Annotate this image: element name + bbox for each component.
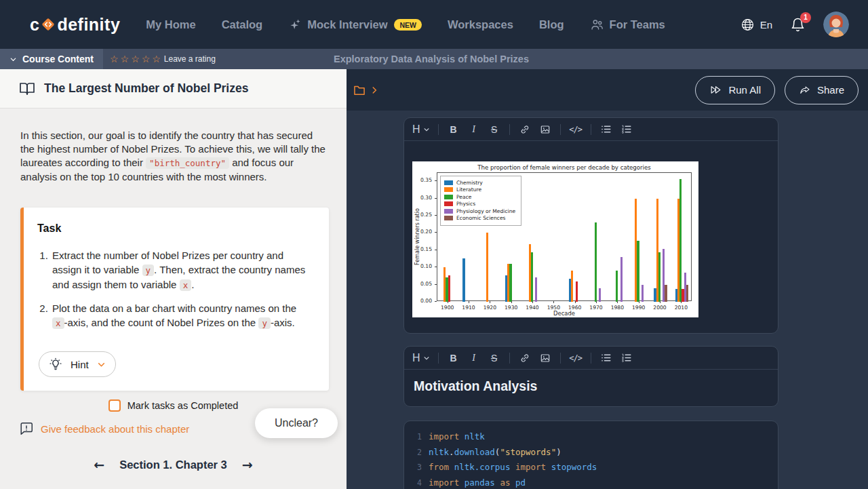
x-tick-mark xyxy=(553,301,554,303)
chevron-down-icon xyxy=(423,126,430,133)
code-token: "stopwords" xyxy=(500,447,556,457)
legend-row: Literature xyxy=(444,187,515,193)
nav-item-mock-interview[interactable]: Mock Interview NEW xyxy=(288,18,422,31)
rating-stars[interactable]: ☆☆☆☆☆ xyxy=(110,54,161,64)
code-button[interactable]: </> xyxy=(568,350,584,366)
markdown-heading[interactable]: Motivation Analysis xyxy=(404,370,778,406)
x-tick-label: 1960 xyxy=(565,305,585,311)
prev-chapter-arrow[interactable]: ← xyxy=(94,457,104,472)
bullet-list-button[interactable] xyxy=(598,121,614,138)
hint-button[interactable]: Hint xyxy=(39,351,116,377)
strikethrough-button[interactable]: S xyxy=(486,121,502,138)
star-icon[interactable]: ☆ xyxy=(142,54,151,64)
code-line[interactable]: 1import nltk xyxy=(404,429,778,445)
notifications-button[interactable]: 1 xyxy=(790,17,806,33)
next-chapter-arrow[interactable]: → xyxy=(242,457,253,472)
lesson-header: The Largest Number of Nobel Prizes xyxy=(0,69,347,109)
chart-bar xyxy=(679,179,682,302)
x-tick-mark xyxy=(660,301,660,303)
chart-bar xyxy=(571,271,573,302)
x-tick-label: 1920 xyxy=(479,305,500,311)
rating-prompt[interactable]: Leave a rating xyxy=(164,54,216,64)
mark-complete-label: Mark tasks as Completed xyxy=(127,400,239,411)
star-icon[interactable]: ☆ xyxy=(131,54,140,64)
legend-label: Economic Sciences xyxy=(456,215,506,221)
y-tick-label: 0.05 xyxy=(412,281,432,287)
run-all-button[interactable]: Run All xyxy=(695,76,775,104)
x-tick-mark xyxy=(490,301,490,303)
bullet-list-button[interactable] xyxy=(598,350,614,366)
legend-label: Physics xyxy=(456,201,475,207)
language-selector[interactable]: En xyxy=(741,18,772,32)
x-tick-label: 1980 xyxy=(607,305,627,311)
bold-button[interactable]: B xyxy=(446,350,462,366)
image-button[interactable] xyxy=(537,350,553,366)
chart-bar xyxy=(686,285,688,302)
image-button[interactable] xyxy=(537,121,553,138)
heading-button[interactable]: H xyxy=(411,352,431,364)
toolbar-divider xyxy=(591,124,591,135)
feedback-link[interactable]: Give feedback about this chapter xyxy=(19,421,189,436)
nav-item-catalog[interactable]: Catalog xyxy=(222,18,263,31)
nav-item-for-teams[interactable]: For Teams xyxy=(590,18,665,32)
italic-button[interactable]: I xyxy=(466,121,482,138)
mark-complete-checkbox[interactable] xyxy=(108,399,121,412)
code-line[interactable]: 4import pandas as pd xyxy=(404,475,778,489)
star-icon[interactable]: ☆ xyxy=(110,54,119,64)
inline-code-x: x xyxy=(180,279,192,291)
chart-bar xyxy=(665,285,667,302)
numbered-list-button[interactable] xyxy=(618,121,635,138)
star-icon[interactable]: ☆ xyxy=(121,54,130,64)
y-tick-label: 0.20 xyxy=(412,229,432,235)
avatar[interactable] xyxy=(823,12,849,37)
toolbar-divider xyxy=(560,353,561,364)
numbered-list-button[interactable] xyxy=(618,350,635,366)
share-button[interactable]: Share xyxy=(785,76,859,104)
code-token xyxy=(510,462,515,472)
toolbar-divider xyxy=(509,124,510,135)
strikethrough-button[interactable]: S xyxy=(486,350,502,366)
nav-item-workspaces[interactable]: Workspaces xyxy=(448,18,513,31)
line-number: 1 xyxy=(412,430,422,445)
chart-bar xyxy=(637,241,639,302)
legend-label: Physiology or Medicine xyxy=(456,208,515,214)
new-badge: NEW xyxy=(394,19,422,31)
chart-bar xyxy=(486,233,488,302)
x-tick-mark xyxy=(639,301,639,303)
logo-diamond-icon xyxy=(40,16,56,33)
notebook-cell-code[interactable]: 1import nltk2nltk.download("stopwords")3… xyxy=(403,420,778,489)
unclear-button[interactable]: Unclear? xyxy=(255,408,338,438)
task-card: Task Extract the number of Nobel Prizes … xyxy=(20,208,329,391)
lesson-title: The Largest Number of Nobel Prizes xyxy=(44,81,248,96)
code-token xyxy=(546,462,551,472)
code-button[interactable]: </> xyxy=(568,121,584,138)
italic-button[interactable]: I xyxy=(466,350,482,366)
course-content-toggle[interactable]: Course Content xyxy=(0,49,103,69)
chart-bar xyxy=(642,285,644,302)
code-editor[interactable]: 1import nltk2nltk.download("stopwords")3… xyxy=(404,429,778,489)
line-number: 4 xyxy=(412,476,422,489)
link-button[interactable] xyxy=(517,350,533,366)
top-navbar: c definity My Home Catalog Mock Intervie… xyxy=(0,0,868,49)
code-line[interactable]: 2nltk.download("stopwords") xyxy=(404,445,778,461)
code-token xyxy=(459,477,465,488)
notebook-cell-markdown: H B I S </> Motivation Analysis xyxy=(403,346,778,407)
x-tick-mark xyxy=(448,301,448,303)
bold-button[interactable]: B xyxy=(446,121,462,138)
heading-button[interactable]: H xyxy=(411,123,431,136)
link-button[interactable] xyxy=(517,121,533,138)
chart-xlabel: Decade xyxy=(437,310,692,317)
inline-code-y2: y xyxy=(258,317,271,329)
x-tick-mark xyxy=(511,301,512,303)
codefinity-logo[interactable]: c definity xyxy=(30,15,120,35)
language-label: En xyxy=(760,19,772,31)
code-line[interactable]: 3from nltk.corpus import stopwords xyxy=(404,460,778,475)
code-token: import xyxy=(515,462,546,472)
y-tick-mark xyxy=(435,301,437,302)
code-token: as xyxy=(500,477,510,488)
task-item-1: Extract the number of Nobel Prizes per c… xyxy=(51,248,314,292)
nav-item-my-home[interactable]: My Home xyxy=(146,18,195,31)
star-icon[interactable]: ☆ xyxy=(152,54,161,64)
file-tree-toggle[interactable] xyxy=(353,83,379,97)
nav-item-blog[interactable]: Blog xyxy=(539,18,564,31)
